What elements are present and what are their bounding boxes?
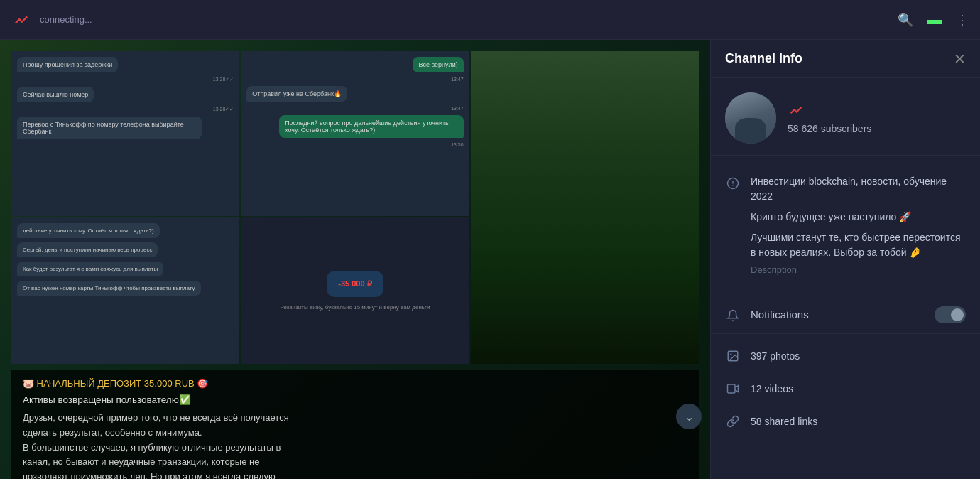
- videos-icon: [725, 381, 741, 397]
- description-row: Инвестиции blockchain, новости, обучение…: [725, 167, 966, 284]
- bell-icon: [725, 308, 741, 323]
- photos-icon: [725, 348, 741, 364]
- description-line2: Крипто будущее уже наступило 🚀: [751, 210, 966, 225]
- videos-label: 12 videos: [751, 383, 793, 394]
- bubble: Сергей, деньги поступили начинаю весь пр…: [17, 242, 158, 257]
- scroll-down-button[interactable]: ⌄: [676, 404, 702, 429]
- screenshot-1: Прошу прощения за задержки 13:28✓✓ Сейча…: [11, 51, 239, 216]
- screenshot-3: [471, 51, 699, 364]
- bubble: От вас нужен номер карты Тинькофф чтобы …: [17, 281, 201, 296]
- svg-point-2: [732, 185, 734, 186]
- search-icon[interactable]: 🔍: [898, 12, 913, 28]
- chat-panel: Прошу прощения за задержки 13:28✓✓ Сейча…: [0, 40, 710, 479]
- post-text-body: Друзья, очередной пример того, что не вс…: [23, 411, 687, 479]
- media-rows: 397 photos 12 videos 5: [711, 334, 980, 443]
- screenshot-5: -35 000 ₽ Реквизиты вижу, буквально 15 м…: [241, 217, 469, 365]
- description-line1: Инвестиции blockchain, новости, обучение…: [751, 174, 966, 204]
- chat-content[interactable]: Прошу прощения за задержки 13:28✓✓ Сейча…: [0, 40, 710, 479]
- subscriber-count: 58 626 subscribers: [788, 123, 871, 134]
- bubble: Всё вернули): [413, 57, 463, 72]
- description-text: Инвестиции blockchain, новости, обучение…: [751, 174, 966, 277]
- screenshot-4: действие уточнить хочу. Остаётся только …: [11, 217, 239, 365]
- post-text: Активы возвращены пользователю✅ Друзья, …: [23, 393, 687, 479]
- photos-label: 397 photos: [751, 350, 800, 362]
- screenshots-grid: Прошу прощения за задержки 13:28✓✓ Сейча…: [11, 51, 699, 364]
- bubble: Как будет результат я с вами свяжусь для…: [17, 262, 163, 276]
- deposit-tag: 🐷 НАЧАЛЬНЫЙ ДЕПОЗИТ 35.000 RUB 🎯: [23, 378, 687, 389]
- channel-meta: 58 626 subscribers: [788, 102, 871, 134]
- links-row[interactable]: 58 shared links: [711, 405, 980, 438]
- bubble: Перевод с Тинькофф по номеру телефона вы…: [17, 117, 202, 139]
- channel-info-title: Channel Info: [725, 51, 802, 66]
- connection-status: connecting...: [40, 14, 889, 25]
- svg-rect-5: [728, 384, 736, 393]
- links-icon: [725, 414, 741, 429]
- menu-icon[interactable]: ⋮: [956, 12, 969, 28]
- description-label: Description: [751, 263, 966, 277]
- svg-point-4: [730, 353, 731, 355]
- channel-avatar-section: 58 626 subscribers: [711, 78, 980, 156]
- main-area: Прошу прощения за задержки 13:28✓✓ Сейча…: [0, 40, 980, 479]
- channel-avatar: [725, 92, 776, 144]
- close-button[interactable]: ✕: [954, 52, 966, 66]
- top-bar: connecting... 🔍 ▬ ⋮: [0, 0, 980, 40]
- layout-icon[interactable]: ▬: [927, 11, 942, 28]
- bubble: Прошу прощения за задержки: [17, 57, 118, 72]
- avatar-image: [725, 92, 776, 144]
- chevron-down-icon: ⌄: [685, 410, 694, 424]
- toolbar-icons: 🔍 ▬ ⋮: [898, 11, 969, 28]
- notifications-row: Notifications: [711, 296, 980, 334]
- links-label: 58 shared links: [751, 416, 817, 427]
- post-text-line1: Активы возвращены пользователю✅: [23, 393, 687, 408]
- channel-badge-icon: [788, 102, 805, 119]
- bubble: Последний вопрос про дальнейшие действия…: [279, 115, 464, 138]
- bubble: действие уточнить хочу. Остаётся только …: [17, 223, 160, 238]
- post-area: 🐷 НАЧАЛЬНЫЙ ДЕПОЗИТ 35.000 RUB 🎯 Активы …: [11, 370, 699, 479]
- screenshot-2: Всё вернули) 13:47 Отправил уже на Сберб…: [241, 51, 469, 216]
- channel-info-header: Channel Info ✕: [711, 40, 980, 78]
- info-icon: [725, 176, 741, 191]
- channel-info-panel: Channel Info ✕ 58 626 subscribers: [710, 40, 980, 479]
- bubble: Сейчас вышлю номер: [17, 87, 94, 102]
- app-logo: [11, 10, 31, 30]
- description-line3: Лучшими станут те, кто быстрее перестоит…: [751, 230, 966, 260]
- photos-row[interactable]: 397 photos: [711, 340, 980, 372]
- bubble: Отправил уже на Сбербанк🔥: [246, 86, 347, 102]
- notifications-toggle[interactable]: [935, 306, 966, 323]
- notifications-label: Notifications: [751, 308, 925, 321]
- videos-row[interactable]: 12 videos: [711, 372, 980, 405]
- description-section: Инвестиции blockchain, новости, обучение…: [711, 156, 980, 296]
